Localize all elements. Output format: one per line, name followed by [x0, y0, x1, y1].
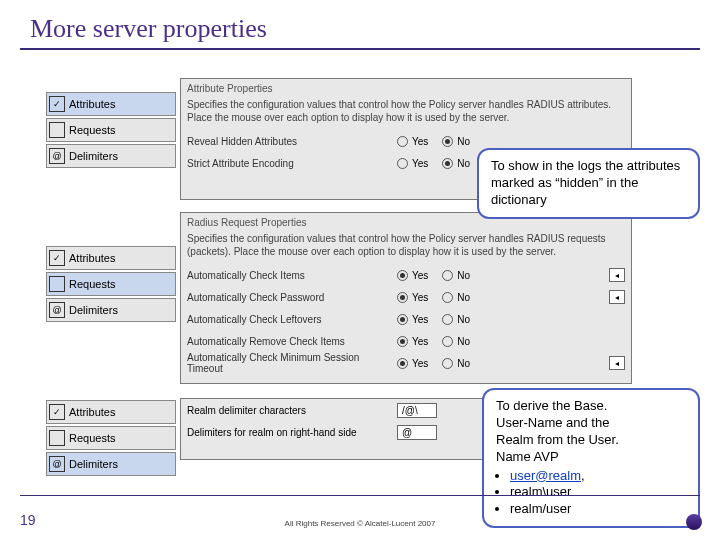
- nav-tab-attributes[interactable]: ✓Attributes: [46, 400, 176, 424]
- nav-tab-delimiters[interactable]: @Delimiters: [46, 298, 176, 322]
- panel-description: Specifies the configuration values that …: [181, 232, 631, 264]
- delimiter-label: Realm delimiter characters: [187, 405, 397, 416]
- callout-line: To derive the Base.: [496, 398, 607, 413]
- alcatel-lucent-logo-icon: [686, 514, 702, 530]
- help-button[interactable]: ◂: [609, 290, 625, 304]
- option-label: Automatically Check Leftovers: [187, 314, 397, 325]
- radio-yes[interactable]: [397, 314, 408, 325]
- checkbox-icon: ✓: [49, 96, 65, 112]
- callout-bullet: user@realm,: [510, 468, 686, 485]
- option-row: Automatically Check Minimum Session Time…: [181, 352, 631, 374]
- footer-divider: [20, 495, 700, 496]
- radio-no[interactable]: [442, 314, 453, 325]
- title-divider: [20, 48, 700, 50]
- nav-tab-attributes[interactable]: ✓Attributes: [46, 92, 176, 116]
- option-label: Automatically Remove Check Items: [187, 336, 397, 347]
- slide-title: More server properties: [0, 0, 720, 48]
- radio-group: YesNo: [397, 336, 480, 347]
- radio-label: Yes: [412, 358, 428, 369]
- nav-tab-label: Requests: [69, 278, 115, 290]
- option-row: Automatically Remove Check ItemsYesNo: [181, 330, 631, 352]
- radio-no[interactable]: [442, 358, 453, 369]
- panel-description: Specifies the configuration values that …: [181, 98, 631, 130]
- slide: More server properties ✓Attributes Reque…: [0, 0, 720, 540]
- radio-label: No: [457, 292, 470, 303]
- at-icon: @: [49, 456, 65, 472]
- help-button[interactable]: ◂: [609, 356, 625, 370]
- nav-tab-requests[interactable]: Requests: [46, 272, 176, 296]
- card-icon: [49, 430, 65, 446]
- radio-group: Yes No: [397, 158, 480, 169]
- callout-bullet: realm/user: [510, 501, 686, 518]
- callout-line: Realm from the User.: [496, 432, 619, 447]
- option-label: Reveal Hidden Attributes: [187, 136, 397, 147]
- checkbox-icon: ✓: [49, 404, 65, 420]
- help-button[interactable]: ◂: [609, 268, 625, 282]
- radio-label: Yes: [412, 292, 428, 303]
- nav-tab-label: Attributes: [69, 252, 115, 264]
- radio-yes[interactable]: [397, 270, 408, 281]
- radio-label: No: [457, 270, 470, 281]
- radio-group: YesNo: [397, 358, 480, 369]
- radio-yes[interactable]: [397, 292, 408, 303]
- nav-tab-requests[interactable]: Requests: [46, 426, 176, 450]
- user-realm-link[interactable]: user@realm: [510, 468, 581, 483]
- option-label: Automatically Check Password: [187, 292, 397, 303]
- nav-column-2: ✓Attributes Requests @Delimiters: [46, 246, 176, 324]
- radio-yes[interactable]: [397, 358, 408, 369]
- nav-tab-label: Requests: [69, 432, 115, 444]
- radio-label: No: [457, 158, 470, 169]
- card-icon: [49, 122, 65, 138]
- at-icon: @: [49, 148, 65, 164]
- option-label: Strict Attribute Encoding: [187, 158, 397, 169]
- radio-no[interactable]: [442, 136, 453, 147]
- callout-bullets: user@realm, realm\user realm/user: [510, 468, 686, 519]
- callout-line: User-Name and the: [496, 415, 609, 430]
- radio-label: Yes: [412, 270, 428, 281]
- card-icon: [49, 276, 65, 292]
- radio-group: Yes No: [397, 136, 480, 147]
- radius-request-panel: Radius Request Properties Specifies the …: [180, 212, 632, 384]
- nav-tab-label: Delimiters: [69, 150, 118, 162]
- radio-yes[interactable]: [397, 158, 408, 169]
- realm-delimiter-input[interactable]: /@\: [397, 403, 437, 418]
- radio-group: YesNo: [397, 292, 480, 303]
- nav-tab-attributes[interactable]: ✓Attributes: [46, 246, 176, 270]
- nav-tab-delimiters[interactable]: @Delimiters: [46, 452, 176, 476]
- option-rows: Automatically Check ItemsYesNo◂Automatic…: [181, 264, 631, 374]
- radio-no[interactable]: [442, 158, 453, 169]
- radio-label: No: [457, 314, 470, 325]
- radio-yes[interactable]: [397, 136, 408, 147]
- radio-label: No: [457, 136, 470, 147]
- radio-no[interactable]: [442, 292, 453, 303]
- radio-group: YesNo: [397, 314, 480, 325]
- callout-realm-derive: To derive the Base. User-Name and the Re…: [482, 388, 700, 528]
- option-row: Automatically Check PasswordYesNo◂: [181, 286, 631, 308]
- callout-hidden-attributes: To show in the logs the attributes marke…: [477, 148, 700, 219]
- nav-tab-label: Delimiters: [69, 304, 118, 316]
- at-icon: @: [49, 302, 65, 318]
- radio-label: Yes: [412, 314, 428, 325]
- nav-tab-requests[interactable]: Requests: [46, 118, 176, 142]
- rhs-delimiter-input[interactable]: @: [397, 425, 437, 440]
- checkbox-icon: ✓: [49, 250, 65, 266]
- nav-column-3: ✓Attributes Requests @Delimiters: [46, 400, 176, 478]
- copyright: All Rights Reserved © Alcatel-Lucent 200…: [0, 519, 720, 528]
- nav-tab-delimiters[interactable]: @Delimiters: [46, 144, 176, 168]
- option-row: Automatically Check ItemsYesNo◂: [181, 264, 631, 286]
- nav-tab-label: Delimiters: [69, 458, 118, 470]
- nav-tab-label: Requests: [69, 124, 115, 136]
- radio-label: Yes: [412, 136, 428, 147]
- radio-no[interactable]: [442, 336, 453, 347]
- radio-group: YesNo: [397, 270, 480, 281]
- option-label: Automatically Check Minimum Session Time…: [187, 352, 397, 374]
- radio-yes[interactable]: [397, 336, 408, 347]
- nav-tab-label: Attributes: [69, 98, 115, 110]
- radio-label: No: [457, 336, 470, 347]
- panel-header: Attribute Properties: [181, 79, 631, 98]
- callout-line: Name AVP: [496, 449, 559, 464]
- radio-label: Yes: [412, 336, 428, 347]
- callout-bullet: realm\user: [510, 484, 686, 501]
- nav-column-1: ✓Attributes Requests @Delimiters: [46, 92, 176, 170]
- radio-no[interactable]: [442, 270, 453, 281]
